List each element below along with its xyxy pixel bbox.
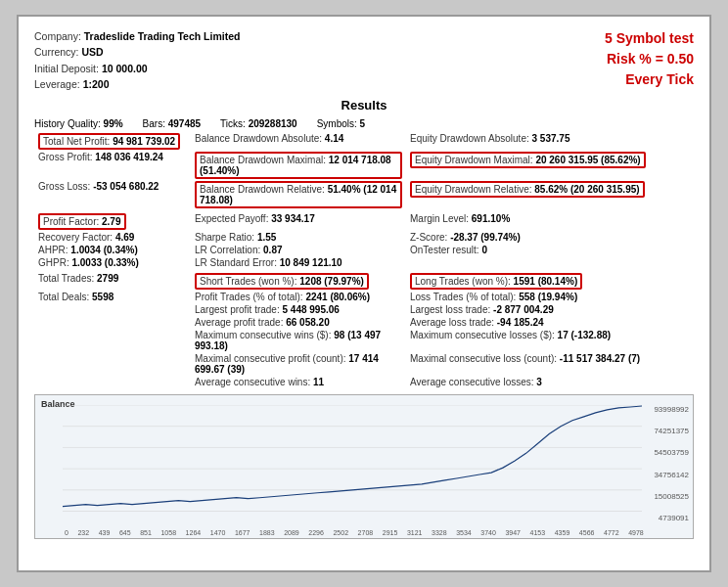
main-data-table: Total Net Profit: 94 981 739.02 Balance … (34, 132, 694, 209)
company-label: Company: (34, 30, 81, 42)
long-trades-box: Long Trades (won %): 1591 (80.14%) (410, 273, 582, 290)
leverage-label: Leverage: (34, 78, 80, 90)
profit-factor-box: Profit Factor: 2.79 (38, 213, 126, 230)
balance-chart: Balance 93998992 74251375 54503759 34756… (34, 394, 694, 539)
equity-max-box: Equity Drawdown Maximal: 20 260 315.95 (… (410, 152, 646, 168)
company-info: Company: Tradeslide Trading Tech Limited… (34, 28, 240, 92)
badge-line3: Every Tick (605, 69, 694, 90)
company-value: Tradeslide Trading Tech Limited (84, 30, 241, 42)
symbols: Symbols: 5 (317, 118, 365, 129)
summary-row: History Quality: 99% Bars: 497485 Ticks:… (34, 118, 694, 129)
deposit-value: 10 000.00 (102, 63, 148, 74)
top-right-badge: 5 Symbol test Risk % = 0.50 Every Tick (605, 28, 694, 90)
y-label-5: 15008525 (654, 492, 689, 501)
badge-line2: Risk % = 0.50 (605, 49, 694, 69)
currency-value: USD (81, 46, 103, 58)
chart-svg (63, 405, 642, 512)
badge-line1: 5 Symbol test (605, 28, 694, 49)
y-label-4: 34756142 (654, 471, 689, 479)
short-trades-box: Short Trades (won %): 1208 (79.97%) (195, 273, 369, 290)
y-label-6: 4739091 (654, 514, 689, 522)
report-container: Company: Tradeslide Trading Tech Limited… (17, 15, 711, 572)
header-section: Company: Tradeslide Trading Tech Limited… (34, 28, 694, 92)
chart-x-labels: 0 232 439 645 851 1058 1264 1470 1677 18… (65, 529, 644, 536)
equity-rel-box: Equity Drawdown Relative: 85.62% (20 260… (410, 181, 645, 198)
deposit-label: Initial Deposit: (34, 63, 99, 74)
stats-table: Profit Factor: 2.79 Expected Payoff: 33 … (34, 212, 694, 269)
results-title: Results (34, 98, 694, 113)
y-label-1: 93998992 (654, 405, 689, 414)
bars: Bars: 497485 (143, 118, 202, 129)
y-label-3: 54503759 (654, 448, 689, 457)
y-label-2: 74251375 (654, 427, 689, 435)
chart-y-labels: 93998992 74251375 54503759 34756142 1500… (654, 405, 689, 522)
trades-table: Total Trades: 2799 Short Trades (won %):… (34, 272, 694, 388)
net-profit-value: 94 981 739.02 (113, 136, 175, 147)
history-quality: History Quality: 99% (34, 118, 123, 129)
currency-label: Currency: (34, 46, 79, 58)
balance-rel-box: Balance Drawdown Relative: 51.40% (12 01… (195, 181, 402, 208)
balance-max-box: Balance Drawdown Maximal: 12 014 718.08 … (195, 152, 402, 179)
net-profit-box: Total Net Profit: 94 981 739.02 (38, 133, 180, 150)
leverage-value: 1:200 (83, 78, 110, 90)
ticks: Ticks: 209288130 (220, 118, 297, 129)
